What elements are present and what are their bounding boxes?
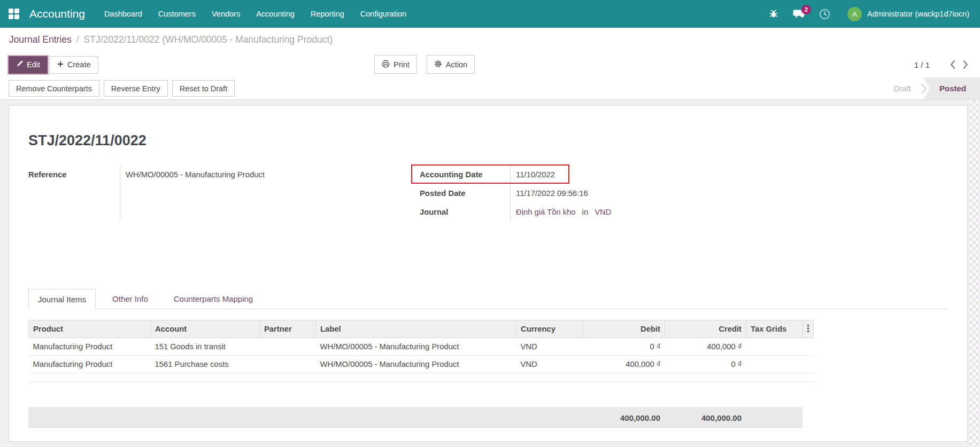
- printer-icon: [382, 60, 390, 69]
- col-label[interactable]: Label: [316, 320, 516, 338]
- print-button-label: Print: [393, 60, 410, 69]
- menu-customers[interactable]: Customers: [150, 0, 204, 28]
- content-area: STJ/2022/11/0022 Reference WH/MO/00005 -…: [0, 100, 980, 447]
- statusbar: Remove Counterparts Reverse Entry Reset …: [0, 77, 980, 100]
- state-posted[interactable]: Posted: [923, 77, 980, 99]
- edit-button[interactable]: Edit: [9, 56, 48, 74]
- state-draft[interactable]: Draft: [893, 84, 911, 93]
- posted-date-value: 11/17/2022 09:56:16: [510, 189, 588, 198]
- main-menu: Dashboard Customers Vendors Accounting R…: [96, 0, 414, 28]
- table-header-row: Product Account Partner Label Currency D…: [29, 320, 814, 338]
- edit-button-label: Edit: [27, 60, 40, 69]
- total-credit: 400,000.00: [665, 407, 746, 428]
- kebab-icon: [807, 325, 809, 334]
- pager-count: 1 / 1: [914, 60, 930, 69]
- col-tax-grids[interactable]: Tax Grids: [746, 320, 803, 338]
- remove-counterparts-button[interactable]: Remove Counterparts: [9, 80, 99, 97]
- apps-grid-icon[interactable]: [9, 9, 19, 19]
- field-groups: Reference WH/MO/00005 - Manufacturing Pr…: [28, 165, 948, 221]
- empty-table-row[interactable]: [29, 373, 814, 382]
- reference-value: WH/MO/00005 - Manufacturing Product: [120, 170, 265, 179]
- field-separator-line: [510, 165, 511, 221]
- navbar-systray: 2 A Administrator (wackp1d7iocn): [754, 7, 969, 21]
- accounting-date-label: Accounting Date: [420, 170, 510, 179]
- cell-credit: 400,000 ₫: [665, 338, 746, 356]
- accounting-date-value: 11/10/2022: [510, 170, 555, 179]
- cell-account: 1561 Purchase costs: [151, 356, 260, 373]
- journal-currency-link[interactable]: VND: [595, 208, 611, 216]
- pencil-icon: [16, 60, 23, 69]
- menu-configuration[interactable]: Configuration: [352, 0, 414, 28]
- menu-reporting[interactable]: Reporting: [303, 0, 352, 28]
- top-navbar: Accounting Dashboard Customers Vendors A…: [0, 0, 980, 28]
- journal-label: Journal: [420, 208, 510, 216]
- table-row[interactable]: Manufacturing Product 1561 Purchase cost…: [29, 356, 814, 373]
- chevron-right-icon[interactable]: [959, 60, 973, 69]
- user-avatar[interactable]: A: [847, 7, 862, 21]
- cell-account: 151 Goods in transit: [151, 338, 260, 356]
- col-debit[interactable]: Debit: [583, 320, 665, 338]
- breadcrumb-current: STJ/2022/11/0022 (WH/MO/00005 - Manufact…: [84, 34, 333, 45]
- app-name[interactable]: Accounting: [29, 7, 85, 20]
- menu-accounting[interactable]: Accounting: [248, 0, 303, 28]
- cell-label: WH/MO/00005 - Manufacturing Product: [316, 356, 516, 373]
- cell-tax-grids: [746, 338, 803, 356]
- record-action-buttons: Print Action: [374, 55, 475, 74]
- cell-product: Manufacturing Product: [29, 338, 151, 356]
- left-field-group: Reference WH/MO/00005 - Manufacturing Pr…: [28, 165, 411, 221]
- right-field-group: Accounting Date 11/10/2022 Posted Date 1…: [411, 165, 743, 221]
- control-panel: Edit Create Print Action 1 /: [0, 52, 980, 77]
- debug-bug-icon[interactable]: [769, 9, 778, 19]
- total-debit: 400,000.00: [583, 407, 665, 428]
- tab-other-info[interactable]: Other Info: [103, 289, 157, 309]
- plus-icon: [57, 60, 64, 69]
- cell-currency: VND: [516, 338, 583, 356]
- posted-date-label: Posted Date: [420, 189, 510, 198]
- cell-tax-grids: [746, 356, 803, 373]
- col-product[interactable]: Product: [29, 320, 151, 338]
- cell-partner: [260, 338, 316, 356]
- activities-clock-icon[interactable]: [819, 9, 830, 20]
- field-separator-line: [120, 165, 120, 221]
- reference-label: Reference: [28, 170, 120, 179]
- menu-dashboard[interactable]: Dashboard: [96, 0, 150, 28]
- col-partner[interactable]: Partner: [260, 320, 316, 338]
- col-credit[interactable]: Credit: [665, 320, 746, 338]
- gear-icon: [434, 60, 442, 69]
- notebook-tabs: Journal Items Other Info Counterparts Ma…: [28, 289, 948, 309]
- form-sheet: STJ/2022/11/0022 Reference WH/MO/00005 -…: [9, 105, 968, 442]
- journal-in-word: in: [582, 208, 589, 216]
- chevron-separator-icon: [921, 82, 927, 95]
- action-button-label: Action: [446, 60, 467, 69]
- reverse-entry-button[interactable]: Reverse Entry: [104, 80, 168, 97]
- chevron-left-icon[interactable]: [946, 60, 959, 69]
- journal-items-table: Product Account Partner Label Currency D…: [28, 320, 814, 382]
- breadcrumb: Journal Entries / STJ/2022/11/0022 (WH/M…: [0, 28, 980, 52]
- tab-counterparts-mapping[interactable]: Counterparts Mapping: [165, 289, 262, 309]
- pager: 1 / 1: [914, 52, 973, 77]
- breadcrumb-parent-link[interactable]: Journal Entries: [9, 34, 72, 45]
- status-states: Draft Posted: [893, 77, 980, 99]
- totals-row: 400,000.00 400,000.00: [28, 407, 802, 428]
- cell-partner: [260, 356, 316, 373]
- scrollbar-track[interactable]: [969, 100, 980, 447]
- print-button[interactable]: Print: [374, 55, 417, 74]
- cell-debit: 0 ₫: [583, 338, 665, 356]
- create-button-label: Create: [67, 60, 91, 69]
- user-menu[interactable]: Administrator (wackp1d7iocn): [867, 10, 969, 18]
- create-button[interactable]: Create: [50, 56, 98, 74]
- col-account[interactable]: Account: [151, 320, 260, 338]
- table-row[interactable]: Manufacturing Product 151 Goods in trans…: [29, 338, 814, 356]
- tab-journal-items[interactable]: Journal Items: [28, 289, 96, 309]
- optional-columns-toggle[interactable]: [803, 320, 814, 338]
- cell-debit: 400,000 ₫: [583, 356, 665, 373]
- action-button[interactable]: Action: [427, 55, 475, 74]
- cell-label: WH/MO/00005 - Manufacturing Product: [316, 338, 516, 356]
- reset-to-draft-button[interactable]: Reset to Draft: [172, 80, 235, 97]
- record-title: STJ/2022/11/0022: [28, 132, 948, 149]
- menu-vendors[interactable]: Vendors: [204, 0, 248, 28]
- message-count-badge: 2: [801, 5, 811, 14]
- journal-link[interactable]: Định giá Tồn kho: [516, 208, 576, 216]
- messages-chat-icon[interactable]: 2: [793, 9, 805, 19]
- col-currency[interactable]: Currency: [516, 320, 583, 338]
